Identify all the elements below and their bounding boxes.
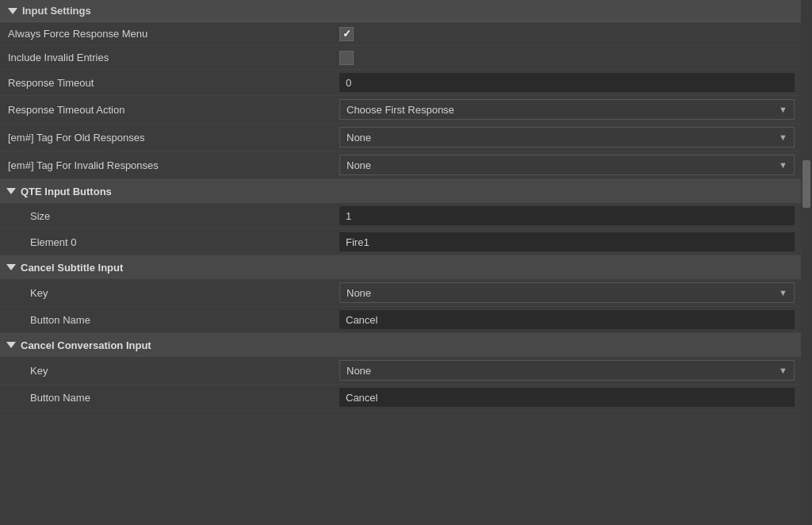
value-button-name-conversation bbox=[339, 388, 795, 407]
value-response-timeout-action: Choose First Response ▼ bbox=[339, 99, 795, 120]
checkbox-always-force-response-menu[interactable] bbox=[339, 27, 354, 41]
dropdown-key-conversation[interactable]: None ▼ bbox=[339, 360, 795, 381]
chevron-down-icon: ▼ bbox=[779, 105, 787, 114]
label-key-subtitle: Key bbox=[6, 287, 339, 299]
row-tag-invalid-responses: [em#] Tag For Invalid Responses None ▼ bbox=[0, 151, 801, 179]
label-response-timeout: Response Timeout bbox=[6, 77, 339, 89]
value-key-subtitle: None ▼ bbox=[339, 282, 795, 303]
collapse-icon bbox=[8, 8, 17, 14]
section-title-cancel-subtitle-input: Cancel Subtitle Input bbox=[21, 262, 123, 274]
dropdown-tag-invalid-responses-value: None bbox=[347, 159, 371, 171]
label-size: Size bbox=[6, 210, 339, 222]
section-title-cancel-conversation-input: Cancel Conversation Input bbox=[21, 339, 151, 351]
row-always-force-response-menu: Always Force Response Menu bbox=[0, 22, 801, 46]
label-button-name-subtitle: Button Name bbox=[6, 314, 339, 326]
input-size[interactable] bbox=[339, 206, 795, 225]
dropdown-tag-old-responses-value: None bbox=[347, 132, 371, 144]
value-key-conversation: None ▼ bbox=[339, 360, 795, 381]
value-element-0 bbox=[339, 232, 795, 251]
checkbox-include-invalid-entries[interactable] bbox=[339, 51, 354, 65]
section-header-qte-input-buttons[interactable]: QTE Input Buttons bbox=[0, 179, 801, 203]
row-size: Size bbox=[0, 203, 801, 229]
value-response-timeout bbox=[339, 73, 795, 92]
collapse-icon-qte bbox=[6, 188, 16, 194]
label-always-force-response-menu: Always Force Response Menu bbox=[6, 28, 339, 40]
value-button-name-subtitle bbox=[339, 310, 795, 329]
input-button-name-conversation[interactable] bbox=[339, 388, 795, 407]
label-element-0: Element 0 bbox=[6, 236, 339, 248]
section-title-qte-input-buttons: QTE Input Buttons bbox=[21, 186, 112, 197]
chevron-down-icon: ▼ bbox=[779, 288, 787, 297]
row-element-0: Element 0 bbox=[0, 229, 801, 255]
scrollbar[interactable] bbox=[801, 0, 812, 525]
row-response-timeout-action: Response Timeout Action Choose First Res… bbox=[0, 96, 801, 124]
collapse-icon-cancel-conversation bbox=[6, 342, 16, 348]
input-response-timeout[interactable] bbox=[339, 73, 795, 92]
panel-title: Input Settings bbox=[22, 5, 91, 17]
panel-header[interactable]: Input Settings bbox=[0, 0, 801, 22]
scrollbar-thumb[interactable] bbox=[802, 160, 810, 208]
dropdown-response-timeout-action[interactable]: Choose First Response ▼ bbox=[339, 99, 795, 120]
content-area: Input Settings Always Force Response Men… bbox=[0, 0, 801, 411]
row-response-timeout: Response Timeout bbox=[0, 70, 801, 96]
row-button-name-subtitle: Button Name bbox=[0, 307, 801, 333]
value-include-invalid-entries bbox=[339, 51, 795, 65]
label-tag-invalid-responses: [em#] Tag For Invalid Responses bbox=[6, 159, 339, 171]
label-response-timeout-action: Response Timeout Action bbox=[6, 104, 339, 116]
label-include-invalid-entries: Include Invalid Entries bbox=[6, 52, 339, 63]
row-tag-old-responses: [em#] Tag For Old Responses None ▼ bbox=[0, 124, 801, 151]
value-size bbox=[339, 206, 795, 225]
value-tag-invalid-responses: None ▼ bbox=[339, 155, 795, 175]
input-button-name-subtitle[interactable] bbox=[339, 310, 795, 329]
dropdown-key-subtitle[interactable]: None ▼ bbox=[339, 282, 795, 303]
section-header-cancel-conversation-input[interactable]: Cancel Conversation Input bbox=[0, 333, 801, 357]
row-include-invalid-entries: Include Invalid Entries bbox=[0, 46, 801, 70]
chevron-down-icon: ▼ bbox=[779, 366, 787, 375]
row-button-name-conversation: Button Name bbox=[0, 385, 801, 411]
label-tag-old-responses: [em#] Tag For Old Responses bbox=[6, 132, 339, 144]
label-button-name-conversation: Button Name bbox=[6, 392, 339, 404]
value-tag-old-responses: None ▼ bbox=[339, 127, 795, 148]
dropdown-key-conversation-value: None bbox=[347, 365, 371, 377]
dropdown-tag-old-responses[interactable]: None ▼ bbox=[339, 127, 795, 148]
label-key-conversation: Key bbox=[6, 365, 339, 377]
row-key-conversation: Key None ▼ bbox=[0, 357, 801, 385]
row-key-subtitle: Key None ▼ bbox=[0, 279, 801, 307]
input-element-0[interactable] bbox=[339, 232, 795, 251]
chevron-down-icon: ▼ bbox=[779, 132, 787, 142]
dropdown-tag-invalid-responses[interactable]: None ▼ bbox=[339, 155, 795, 175]
section-header-cancel-subtitle-input[interactable]: Cancel Subtitle Input bbox=[0, 255, 801, 279]
dropdown-key-subtitle-value: None bbox=[347, 287, 371, 299]
collapse-icon-cancel-subtitle bbox=[6, 264, 16, 270]
chevron-down-icon: ▼ bbox=[779, 160, 787, 170]
main-container: Input Settings Always Force Response Men… bbox=[0, 0, 812, 411]
dropdown-response-timeout-action-value: Choose First Response bbox=[347, 104, 454, 116]
value-always-force-response-menu bbox=[339, 27, 795, 41]
